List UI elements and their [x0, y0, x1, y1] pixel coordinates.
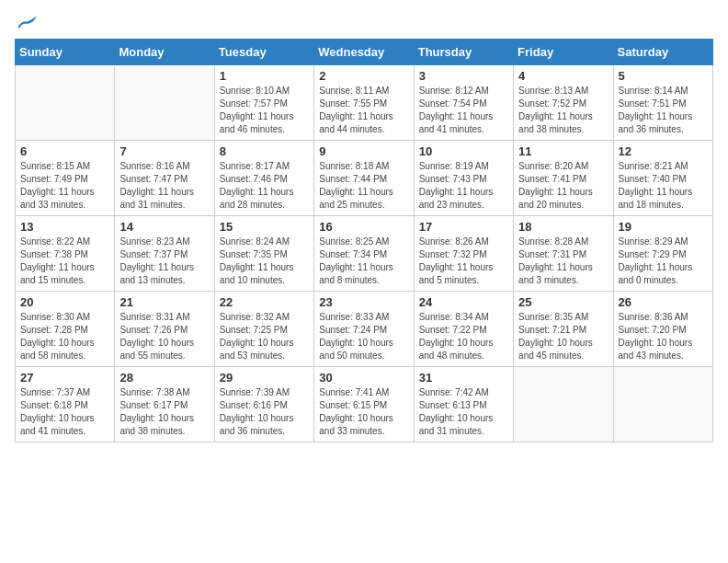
day-info: Sunrise: 8:24 AMSunset: 7:35 PMDaylight:…: [220, 236, 309, 287]
day-info: Sunrise: 7:38 AMSunset: 6:17 PMDaylight:…: [119, 386, 209, 438]
table-row: 5Sunrise: 8:14 AMSunset: 7:51 PMDaylight…: [613, 65, 712, 141]
day-info: Sunrise: 8:16 AMSunset: 7:47 PMDaylight:…: [119, 160, 209, 212]
day-info: Sunrise: 7:41 AMSunset: 6:15 PMDaylight:…: [319, 386, 408, 438]
day-info: Sunrise: 7:37 AMSunset: 6:18 PMDaylight:…: [20, 386, 109, 438]
table-row: 10Sunrise: 8:19 AMSunset: 7:43 PMDayligh…: [414, 141, 513, 216]
day-number: 14: [119, 220, 209, 234]
table-row: 26Sunrise: 8:36 AMSunset: 7:20 PMDayligh…: [613, 292, 712, 367]
day-number: 29: [220, 371, 309, 385]
day-number: 27: [20, 371, 109, 385]
day-info: Sunrise: 8:11 AMSunset: 7:55 PMDaylight:…: [319, 85, 408, 136]
header-saturday: Saturday: [613, 40, 712, 65]
day-info: Sunrise: 8:20 AMSunset: 7:41 PMDaylight:…: [518, 160, 608, 212]
day-number: 17: [419, 220, 508, 234]
day-info: Sunrise: 8:26 AMSunset: 7:32 PMDaylight:…: [419, 236, 508, 287]
day-number: 4: [518, 69, 608, 83]
day-number: 13: [20, 220, 109, 234]
table-row: 8Sunrise: 8:17 AMSunset: 7:46 PMDaylight…: [214, 141, 313, 216]
table-row: 30Sunrise: 7:41 AMSunset: 6:15 PMDayligh…: [314, 367, 414, 442]
table-row: 7Sunrise: 8:16 AMSunset: 7:47 PMDaylight…: [115, 141, 214, 216]
day-info: Sunrise: 8:22 AMSunset: 7:38 PMDaylight:…: [20, 236, 109, 287]
table-row: 27Sunrise: 7:37 AMSunset: 6:18 PMDayligh…: [16, 367, 115, 442]
table-row: [514, 367, 613, 442]
day-info: Sunrise: 8:10 AMSunset: 7:57 PMDaylight:…: [220, 85, 309, 136]
day-number: 23: [319, 295, 408, 309]
day-info: Sunrise: 8:14 AMSunset: 7:51 PMDaylight:…: [619, 85, 708, 136]
table-row: 31Sunrise: 7:42 AMSunset: 6:13 PMDayligh…: [414, 367, 513, 442]
day-number: 5: [619, 69, 708, 83]
table-row: 16Sunrise: 8:25 AMSunset: 7:34 PMDayligh…: [314, 216, 414, 292]
table-row: 3Sunrise: 8:12 AMSunset: 7:54 PMDaylight…: [414, 65, 513, 141]
calendar-header-row: SundayMondayTuesdayWednesdayThursdayFrid…: [16, 40, 713, 65]
day-number: 16: [319, 220, 408, 234]
header-friday: Friday: [514, 40, 613, 65]
day-number: 24: [419, 295, 508, 309]
table-row: 9Sunrise: 8:18 AMSunset: 7:44 PMDaylight…: [314, 141, 414, 216]
table-row: 18Sunrise: 8:28 AMSunset: 7:31 PMDayligh…: [514, 216, 613, 292]
page-header: [15, 15, 713, 31]
table-row: 13Sunrise: 8:22 AMSunset: 7:38 PMDayligh…: [16, 216, 115, 292]
table-row: 29Sunrise: 7:39 AMSunset: 6:16 PMDayligh…: [214, 367, 313, 442]
day-info: Sunrise: 8:34 AMSunset: 7:22 PMDaylight:…: [419, 311, 508, 362]
day-info: Sunrise: 8:28 AMSunset: 7:31 PMDaylight:…: [518, 236, 608, 287]
day-info: Sunrise: 8:17 AMSunset: 7:46 PMDaylight:…: [220, 160, 309, 212]
day-info: Sunrise: 8:36 AMSunset: 7:20 PMDaylight:…: [619, 311, 708, 362]
table-row: [16, 65, 115, 141]
table-row: 6Sunrise: 8:15 AMSunset: 7:49 PMDaylight…: [16, 141, 115, 216]
day-info: Sunrise: 8:29 AMSunset: 7:29 PMDaylight:…: [619, 236, 708, 287]
day-info: Sunrise: 8:32 AMSunset: 7:25 PMDaylight:…: [220, 311, 309, 362]
calendar-table: SundayMondayTuesdayWednesdayThursdayFrid…: [15, 39, 713, 442]
day-number: 2: [319, 69, 408, 83]
day-number: 30: [319, 371, 408, 385]
header-monday: Monday: [115, 40, 214, 65]
header-sunday: Sunday: [16, 40, 115, 65]
day-info: Sunrise: 8:33 AMSunset: 7:24 PMDaylight:…: [319, 311, 408, 362]
table-row: 24Sunrise: 8:34 AMSunset: 7:22 PMDayligh…: [414, 292, 513, 367]
table-row: 15Sunrise: 8:24 AMSunset: 7:35 PMDayligh…: [214, 216, 313, 292]
table-row: [613, 367, 712, 442]
day-info: Sunrise: 7:42 AMSunset: 6:13 PMDaylight:…: [419, 386, 508, 438]
table-row: 1Sunrise: 8:10 AMSunset: 7:57 PMDaylight…: [214, 65, 313, 141]
day-number: 8: [220, 144, 309, 158]
day-info: Sunrise: 8:13 AMSunset: 7:52 PMDaylight:…: [518, 85, 608, 136]
day-info: Sunrise: 8:25 AMSunset: 7:34 PMDaylight:…: [319, 236, 408, 287]
table-row: 11Sunrise: 8:20 AMSunset: 7:41 PMDayligh…: [514, 141, 613, 216]
day-number: 12: [619, 144, 708, 158]
logo: [15, 15, 37, 31]
table-row: 19Sunrise: 8:29 AMSunset: 7:29 PMDayligh…: [613, 216, 712, 292]
day-number: 22: [220, 295, 309, 309]
day-number: 19: [619, 220, 708, 234]
day-info: Sunrise: 8:12 AMSunset: 7:54 PMDaylight:…: [419, 85, 508, 136]
day-info: Sunrise: 8:19 AMSunset: 7:43 PMDaylight:…: [419, 160, 508, 212]
day-number: 26: [619, 295, 708, 309]
table-row: 4Sunrise: 8:13 AMSunset: 7:52 PMDaylight…: [514, 65, 613, 141]
day-number: 15: [220, 220, 309, 234]
calendar-week-4: 20Sunrise: 8:30 AMSunset: 7:28 PMDayligh…: [16, 292, 713, 367]
calendar-week-3: 13Sunrise: 8:22 AMSunset: 7:38 PMDayligh…: [16, 216, 713, 292]
day-number: 9: [319, 144, 408, 158]
header-tuesday: Tuesday: [214, 40, 313, 65]
day-info: Sunrise: 8:23 AMSunset: 7:37 PMDaylight:…: [119, 236, 209, 287]
day-info: Sunrise: 8:21 AMSunset: 7:40 PMDaylight:…: [619, 160, 708, 212]
table-row: 25Sunrise: 8:35 AMSunset: 7:21 PMDayligh…: [514, 292, 613, 367]
day-info: Sunrise: 8:15 AMSunset: 7:49 PMDaylight:…: [20, 160, 109, 212]
day-info: Sunrise: 8:18 AMSunset: 7:44 PMDaylight:…: [319, 160, 408, 212]
header-wednesday: Wednesday: [314, 40, 414, 65]
table-row: 2Sunrise: 8:11 AMSunset: 7:55 PMDaylight…: [314, 65, 414, 141]
table-row: 12Sunrise: 8:21 AMSunset: 7:40 PMDayligh…: [613, 141, 712, 216]
day-number: 20: [20, 295, 109, 309]
header-thursday: Thursday: [414, 40, 513, 65]
table-row: 23Sunrise: 8:33 AMSunset: 7:24 PMDayligh…: [314, 292, 414, 367]
table-row: 22Sunrise: 8:32 AMSunset: 7:25 PMDayligh…: [214, 292, 313, 367]
calendar-week-5: 27Sunrise: 7:37 AMSunset: 6:18 PMDayligh…: [16, 367, 713, 442]
day-number: 11: [518, 144, 608, 158]
day-number: 7: [119, 144, 209, 158]
day-number: 10: [419, 144, 508, 158]
day-info: Sunrise: 7:39 AMSunset: 6:16 PMDaylight:…: [220, 386, 309, 438]
table-row: 14Sunrise: 8:23 AMSunset: 7:37 PMDayligh…: [115, 216, 214, 292]
day-number: 31: [419, 371, 508, 385]
day-number: 21: [119, 295, 209, 309]
day-info: Sunrise: 8:31 AMSunset: 7:26 PMDaylight:…: [119, 311, 209, 362]
table-row: 20Sunrise: 8:30 AMSunset: 7:28 PMDayligh…: [16, 292, 115, 367]
day-number: 18: [518, 220, 608, 234]
